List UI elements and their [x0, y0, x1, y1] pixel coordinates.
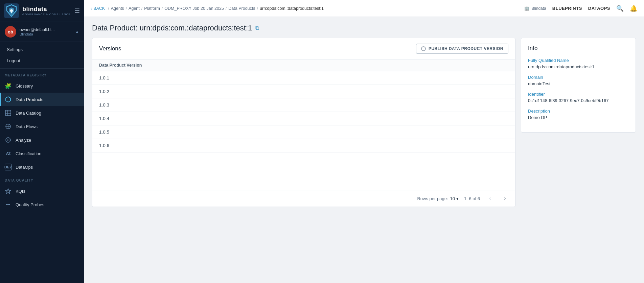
svg-point-16	[9, 204, 10, 205]
table-row[interactable]: 1.0.3	[92, 98, 515, 112]
bell-icon[interactable]: 🔔	[630, 5, 637, 12]
settings-menu-item[interactable]: Settings	[0, 44, 84, 55]
dataops-icon: DEV	[5, 164, 12, 170]
info-title: Info	[528, 45, 629, 52]
next-page-button[interactable]: ›	[500, 194, 510, 203]
catalog-icon	[5, 110, 12, 116]
publish-button-icon	[421, 46, 426, 51]
kqi-icon	[5, 188, 12, 194]
prev-page-button[interactable]: ‹	[485, 194, 495, 203]
info-field-domain: DomaindomainTest	[528, 75, 629, 86]
topbar-brand-icon: 🏢	[524, 6, 529, 11]
user-org: Blindata	[20, 32, 72, 36]
search-icon[interactable]: 🔍	[616, 5, 624, 12]
svg-marker-4	[6, 97, 10, 102]
sidebar-item-data-catalog-label: Data Catalog	[16, 111, 41, 116]
svg-rect-5	[5, 110, 11, 116]
breadcrumb-data-products[interactable]: Data Products	[228, 6, 255, 11]
info-field-description: DescriptionDemo DP	[528, 109, 629, 120]
sidebar-item-classification[interactable]: AZ Classification	[0, 147, 84, 160]
info-field-value-fully_qualified_name: urn:dpds:com.:dataproducts:test:1	[528, 64, 629, 69]
sidebar-item-data-products-label: Data Products	[16, 97, 43, 102]
table-footer: Rows per page: 10 ▾ 1–6 of 6 ‹ ›	[92, 190, 515, 207]
user-email: owner@default.bl...	[20, 27, 72, 32]
breadcrumb-agents[interactable]: Agents	[111, 6, 124, 11]
external-link-icon[interactable]: ⧉	[255, 25, 259, 31]
user-info: owner@default.bl... Blindata	[20, 27, 72, 36]
version-cell: 1.0.2	[99, 89, 109, 94]
user-menu: Settings Logout	[0, 42, 84, 69]
dataops-link[interactable]: DATAOPS	[588, 6, 610, 11]
back-button[interactable]: ‹ BACK	[91, 6, 105, 11]
az-icon: AZ	[5, 150, 12, 157]
rows-per-page-label: Rows per page:	[417, 196, 448, 201]
svg-point-13	[7, 139, 9, 141]
main-content: ‹ BACK / Agents / Agent / Platform / ODM…	[84, 0, 644, 283]
logo-name: blindata	[22, 6, 71, 13]
logout-menu-item[interactable]: Logout	[0, 55, 84, 66]
sidebar-item-dataops[interactable]: DEV DataOps	[0, 160, 84, 174]
versions-header: Versions PUBLISH DATA PRODUCT VERSION	[92, 38, 515, 60]
breadcrumb: ‹ BACK / Agents / Agent / Platform / ODM…	[91, 6, 524, 11]
hamburger-icon[interactable]: ☰	[74, 7, 80, 15]
sidebar-item-data-products[interactable]: Data Products	[0, 93, 84, 106]
page-content: Data Product: urn:dpds:com.:dataproducts…	[84, 17, 644, 283]
logo-tagline: GOVERNANCE & COMPLIANCE	[22, 13, 71, 16]
breadcrumb-job[interactable]: ODM_PROXY Job 20 Jan 2025	[164, 6, 224, 11]
data-quality-section-label: DATA QUALITY	[0, 174, 84, 184]
avatar: ob	[5, 26, 16, 38]
back-label: BACK	[93, 6, 105, 11]
puzzle-icon: 🧩	[5, 82, 12, 89]
info-field-label-domain: Domain	[528, 75, 629, 80]
sidebar-item-glossary[interactable]: 🧩 Glossary	[0, 79, 84, 93]
table-row[interactable]: 1.0.1	[92, 71, 515, 85]
sidebar-item-data-catalog[interactable]: Data Catalog	[0, 106, 84, 120]
info-field-identifier: Identifier0c1d1148-6f39-3267-9ec7-0c9ceb…	[528, 92, 629, 103]
info-field-value-domain: domainTest	[528, 81, 629, 86]
table-row[interactable]: 1.0.4	[92, 112, 515, 125]
per-page-chevron: ▾	[456, 196, 459, 201]
sidebar-item-quality-probes[interactable]: Quality Probes	[0, 198, 84, 211]
topbar-brand: 🏢 Blindata	[524, 6, 546, 11]
info-field-value-description: Demo DP	[528, 115, 629, 120]
sidebar-item-data-flows-label: Data Flows	[16, 124, 38, 129]
svg-point-14	[6, 204, 7, 205]
publish-button[interactable]: PUBLISH DATA PRODUCT VERSION	[416, 44, 508, 54]
info-field-label-description: Description	[528, 109, 629, 114]
table-row[interactable]: 1.0.6	[92, 139, 515, 152]
rows-per-page: Rows per page: 10 ▾	[417, 196, 459, 201]
info-panel: Info Fully Qualified Nameurn:dpds:com.:d…	[521, 38, 636, 133]
sidebar: blindata GOVERNANCE & COMPLIANCE ☰ ob ow…	[0, 0, 84, 283]
content-row: Versions PUBLISH DATA PRODUCT VERSION Da…	[92, 38, 636, 276]
probes-icon	[5, 201, 12, 208]
logo-text: blindata GOVERNANCE & COMPLIANCE	[22, 6, 71, 16]
table-row[interactable]: 1.0.5	[92, 125, 515, 139]
per-page-select[interactable]: 10 ▾	[450, 196, 459, 201]
topbar: ‹ BACK / Agents / Agent / Platform / ODM…	[84, 0, 644, 17]
svg-point-12	[6, 138, 10, 142]
sidebar-header: blindata GOVERNANCE & COMPLIANCE ☰	[0, 0, 84, 22]
breadcrumb-agent[interactable]: Agent	[129, 6, 140, 11]
info-field-label-identifier: Identifier	[528, 92, 629, 97]
sidebar-item-kqis[interactable]: KQIs	[0, 184, 84, 198]
sidebar-item-analyze[interactable]: Analyze	[0, 133, 84, 147]
breadcrumb-platform[interactable]: Platform	[144, 6, 160, 11]
topbar-brand-label: Blindata	[531, 6, 546, 11]
table-row[interactable]: 1.0.2	[92, 85, 515, 98]
blueprints-link[interactable]: BLUEPRINTS	[552, 6, 582, 11]
version-cell: 1.0.3	[99, 102, 109, 108]
version-cell: 1.0.1	[99, 75, 109, 80]
versions-panel: Versions PUBLISH DATA PRODUCT VERSION Da…	[92, 38, 515, 207]
per-page-value: 10	[450, 196, 455, 201]
versions-table: Data Product Version 1.0.11.0.21.0.31.0.…	[92, 60, 515, 207]
svg-point-15	[7, 204, 9, 205]
sidebar-item-data-flows[interactable]: Data Flows	[0, 120, 84, 133]
metadata-registry-section-label: METADATA REGISTRY	[0, 69, 84, 79]
info-field-label-fully_qualified_name: Fully Qualified Name	[528, 58, 629, 63]
hexagon-icon	[5, 96, 12, 103]
publish-button-label: PUBLISH DATA PRODUCT VERSION	[429, 46, 503, 51]
logo-icon	[4, 3, 19, 18]
chevron-up-icon[interactable]: ▲	[75, 29, 79, 34]
user-section: ob owner@default.bl... Blindata ▲	[0, 22, 84, 42]
version-cell: 1.0.6	[99, 143, 109, 148]
